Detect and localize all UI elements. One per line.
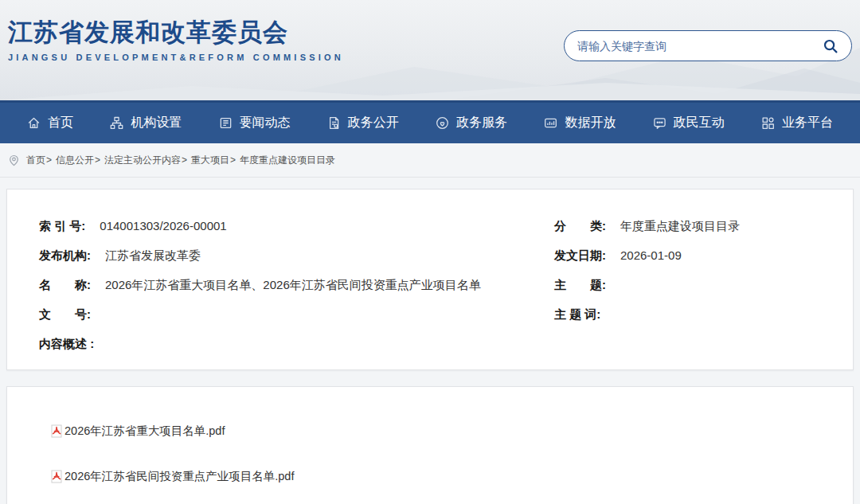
breadcrumb-item-home[interactable]: 首页 (26, 154, 45, 167)
category-value: 年度重点建设项目目录 (620, 211, 740, 240)
pdf-file-icon (51, 424, 62, 438)
brand-block: 江苏省发展和改革委员会 JIANGSU DEVELOPMENT&REFORM C… (8, 19, 344, 62)
search-box[interactable] (564, 30, 852, 61)
grid-icon (761, 116, 775, 130)
chat-bubble-icon (653, 116, 666, 130)
meta-row: 名 称: 2026年江苏省重大项目名单、2026年江苏省民间投资重点产业项目名单… (7, 270, 853, 299)
page: 江苏省发展和改革委员会 JIANGSU DEVELOPMENT&REFORM C… (0, 0, 860, 504)
nav-item-label: 要闻动态 (240, 115, 291, 131)
nav-item-gov-services[interactable]: 政务服务 (436, 115, 507, 131)
nav-item-label: 机构设置 (131, 115, 182, 131)
publish-date-label: 发文日期: (554, 240, 606, 270)
breadcrumb: 首页 > 信息公开 > 法定主动公开内容 > 重大项目 > 年度重点建设项目目录 (0, 143, 860, 178)
publish-date-value: 2026-01-09 (620, 240, 682, 270)
breadcrumb-item-major-projects[interactable]: 重大项目 (191, 154, 229, 167)
pdf-file-icon (51, 470, 62, 483)
attachments-card: 2026年江苏省重大项目名单.pdf 2026年江苏省民间投资重点产业项目名单.… (6, 386, 854, 504)
attachment-link-private-investment-projects[interactable]: 2026年江苏省民间投资重点产业项目名单.pdf (51, 469, 853, 484)
document-meta-card: 索 引 号: 014001303/2026-00001 分 类: 年度重点建设项… (6, 189, 854, 370)
title-label: 名 称: (39, 270, 91, 299)
meta-row: 内容概述 : (7, 329, 853, 358)
breadcrumb-separator: > (182, 154, 187, 166)
summary-label: 内容概述 : (39, 329, 94, 358)
index-number-value: 014001303/2026-00001 (100, 211, 226, 240)
breadcrumb-separator: > (230, 154, 236, 166)
category-label: 分 类: (554, 211, 606, 240)
site-title: 江苏省发展和改革委员会 (8, 19, 344, 46)
site-subtitle: JIANGSU DEVELOPMENT&REFORM COMMISSION (8, 53, 344, 62)
nav-item-label: 业务平台 (782, 115, 833, 131)
nav-item-label: 数据开放 (565, 115, 616, 131)
breadcrumb-item-info-disclosure[interactable]: 信息公开 (56, 154, 94, 167)
breadcrumb-separator: > (46, 154, 52, 166)
attachment-link-major-projects[interactable]: 2026年江苏省重大项目名单.pdf (51, 424, 853, 439)
publisher-label: 发布机构: (39, 240, 91, 270)
nav-item-open-data[interactable]: 数据开放 (544, 115, 616, 131)
org-chart-icon (110, 116, 123, 130)
meta-row: 发布机构: 江苏省发展改革委 发文日期: 2026-01-09 (7, 240, 853, 270)
home-icon (27, 116, 41, 130)
service-heart-icon (436, 116, 449, 130)
nav-item-business-platform[interactable]: 业务平台 (761, 115, 833, 131)
nav-item-gov-disclosure[interactable]: 政务公开 (327, 115, 399, 131)
index-number-label: 索 引 号: (39, 211, 85, 240)
subject-label: 主 题: (554, 270, 606, 299)
location-pin-icon (8, 154, 20, 166)
document-search-icon (327, 116, 341, 130)
nav-item-news[interactable]: 要闻动态 (219, 115, 291, 131)
meta-row: 索 引 号: 014001303/2026-00001 分 类: 年度重点建设项… (7, 211, 853, 240)
keywords-label: 主 题 词: (554, 299, 600, 329)
breadcrumb-separator: > (95, 154, 100, 166)
meta-row: 文 号: 主 题 词: (7, 299, 853, 329)
nav-item-label: 政民互动 (674, 115, 725, 131)
nav-item-organization[interactable]: 机构设置 (110, 115, 182, 131)
attachment-name: 2026年江苏省民间投资重点产业项目名单.pdf (64, 469, 294, 484)
data-chart-icon (544, 116, 557, 130)
attachment-name: 2026年江苏省重大项目名单.pdf (64, 424, 225, 439)
nav-item-label: 政务公开 (348, 115, 399, 131)
title-value: 2026年江苏省重大项目名单、2026年江苏省民间投资重点产业项目名单 (105, 270, 481, 299)
publisher-value: 江苏省发展改革委 (105, 240, 201, 270)
doc-number-label: 文 号: (39, 299, 91, 329)
nav-item-public-interaction[interactable]: 政民互动 (653, 115, 725, 131)
site-header: 江苏省发展和改革委员会 JIANGSU DEVELOPMENT&REFORM C… (0, 0, 860, 100)
main-nav: 首页 机构设置 要闻动态 (0, 100, 860, 143)
nav-item-label: 政务服务 (456, 115, 507, 131)
breadcrumb-item-statutory-content[interactable]: 法定主动公开内容 (104, 154, 181, 167)
breadcrumb-item-annual-key-projects[interactable]: 年度重点建设项目目录 (240, 154, 335, 167)
search-input[interactable] (577, 40, 823, 53)
news-book-icon (219, 116, 233, 130)
nav-item-home[interactable]: 首页 (27, 115, 73, 131)
search-icon[interactable] (823, 38, 838, 54)
nav-item-label: 首页 (48, 115, 73, 131)
